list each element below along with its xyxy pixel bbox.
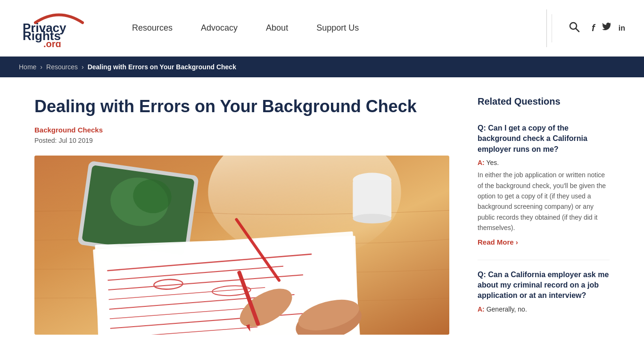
sidebar-divider (478, 260, 610, 260)
breadcrumb-resources[interactable]: Resources (46, 63, 78, 71)
svg-point-13 (353, 214, 391, 223)
breadcrumb-home[interactable]: Home (19, 63, 36, 71)
main-container: Dealing with Errors on Your Background C… (16, 77, 628, 354)
article-area: Dealing with Errors on Your Background C… (34, 96, 449, 335)
answer-1-short: A: Yes. (478, 158, 610, 167)
answer-1-label: A: (478, 159, 485, 166)
article-title: Dealing with Errors on Your Background C… (34, 96, 449, 116)
posted-date-value: Jul 10 2019 (58, 137, 92, 144)
answer-1-body: In either the job application or written… (478, 170, 610, 233)
svg-rect-12 (353, 180, 391, 219)
nav-about[interactable]: About (266, 23, 288, 33)
posted-date: Posted: Jul 10 2019 (34, 137, 449, 144)
header-right: f in (552, 14, 625, 42)
svg-line-4 (576, 28, 579, 32)
answer-1-yes: Yes. (485, 159, 499, 166)
nav-resources[interactable]: Resources (132, 23, 173, 33)
svg-text:.org: .org (43, 39, 61, 47)
related-question-1: Q: Can I get a copy of the background ch… (478, 123, 610, 247)
breadcrumb-sep-1: › (40, 63, 42, 71)
related-question-2: Q: Can a California employer ask me abou… (478, 270, 610, 313)
search-button[interactable] (566, 19, 582, 38)
twitter-icon[interactable] (602, 23, 611, 33)
logo-area: Privacy Rights .org (19, 9, 104, 47)
category-link[interactable]: Background Checks (34, 126, 103, 134)
answer-2-short: A: Generally, no. (478, 305, 610, 313)
article-image (34, 156, 449, 335)
sidebar: Related Questions Q: Can I get a copy of… (478, 96, 610, 335)
article-image-inner (34, 156, 449, 335)
site-header: Privacy Rights .org Resources Advocacy A… (0, 0, 644, 57)
related-questions-title: Related Questions (478, 96, 610, 112)
facebook-icon[interactable]: f (592, 23, 595, 33)
question-1-text: Q: Can I get a copy of the background ch… (478, 123, 610, 155)
breadcrumb-bar: Home › Resources › Dealing with Errors o… (0, 57, 644, 77)
linkedin-icon[interactable]: in (619, 24, 625, 33)
posted-label: Posted: (34, 137, 57, 144)
article-image-svg (34, 156, 449, 335)
breadcrumb-current: Dealing with Errors on Your Background C… (88, 63, 236, 71)
social-icons: f in (592, 23, 625, 33)
breadcrumb-sep-2: › (82, 63, 84, 71)
answer-2-label: A: (478, 305, 485, 313)
answer-2-generally: Generally, no. (485, 305, 527, 313)
question-2-text: Q: Can a California employer ask me abou… (478, 270, 610, 301)
header-divider (546, 9, 547, 47)
read-more-link-1[interactable]: Read More (478, 238, 518, 246)
nav-advocacy[interactable]: Advocacy (201, 23, 238, 33)
site-logo: Privacy Rights .org (19, 9, 99, 47)
main-nav: Resources Advocacy About Support Us (132, 23, 542, 33)
nav-support[interactable]: Support Us (316, 23, 359, 33)
